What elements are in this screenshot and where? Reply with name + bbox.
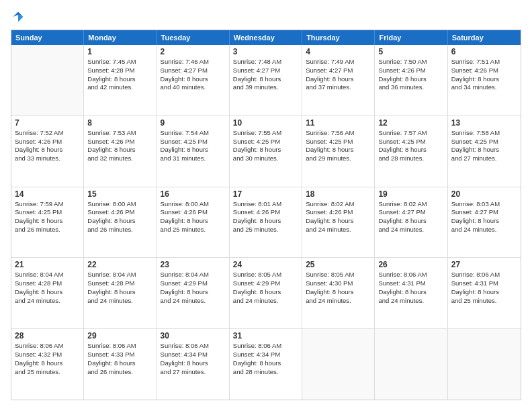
day-number: 15 xyxy=(87,189,152,199)
cell-info: Sunrise: 7:58 AMSunset: 4:25 PMDaylight:… xyxy=(451,129,517,163)
calendar-cell: 8Sunrise: 7:53 AMSunset: 4:26 PMDaylight… xyxy=(84,116,157,187)
calendar-cell: 23Sunrise: 8:04 AMSunset: 4:29 PMDayligh… xyxy=(157,258,230,328)
day-number: 9 xyxy=(161,118,226,128)
day-number: 25 xyxy=(306,260,371,269)
calendar-cell: 4Sunrise: 7:49 AMSunset: 4:27 PMDaylight… xyxy=(302,45,375,116)
cell-info: Sunrise: 7:52 AMSunset: 4:26 PMDaylight:… xyxy=(15,129,80,163)
day-number: 14 xyxy=(15,189,80,199)
cell-info: Sunrise: 8:06 AMSunset: 4:34 PMDaylight:… xyxy=(233,342,298,376)
calendar-cell: 30Sunrise: 8:06 AMSunset: 4:34 PMDayligh… xyxy=(157,329,230,400)
cell-info: Sunrise: 7:57 AMSunset: 4:25 PMDaylight:… xyxy=(378,129,443,163)
calendar-body: 1Sunrise: 7:45 AMSunset: 4:28 PMDaylight… xyxy=(11,45,521,400)
cal-header-cell: Saturday xyxy=(448,30,521,45)
calendar-cell xyxy=(375,329,447,400)
logo xyxy=(11,11,24,23)
calendar-cell: 13Sunrise: 7:58 AMSunset: 4:25 PMDayligh… xyxy=(448,116,521,187)
calendar-header-row: SundayMondayTuesdayWednesdayThursdayFrid… xyxy=(11,30,521,45)
day-number: 27 xyxy=(451,260,517,269)
cal-header-cell: Sunday xyxy=(11,30,84,45)
cell-info: Sunrise: 7:50 AMSunset: 4:26 PMDaylight:… xyxy=(378,58,443,92)
calendar-cell: 3Sunrise: 7:48 AMSunset: 4:27 PMDaylight… xyxy=(230,45,302,116)
calendar-cell: 15Sunrise: 8:00 AMSunset: 4:26 PMDayligh… xyxy=(84,187,157,258)
day-number: 10 xyxy=(233,118,298,128)
calendar-cell xyxy=(302,329,375,400)
cell-info: Sunrise: 7:55 AMSunset: 4:25 PMDaylight:… xyxy=(233,129,298,163)
day-number: 26 xyxy=(378,260,443,269)
day-number: 16 xyxy=(161,189,226,199)
cell-info: Sunrise: 8:06 AMSunset: 4:33 PMDaylight:… xyxy=(87,342,152,376)
cell-info: Sunrise: 7:54 AMSunset: 4:25 PMDaylight:… xyxy=(161,129,226,163)
cell-info: Sunrise: 7:46 AMSunset: 4:27 PMDaylight:… xyxy=(161,58,226,92)
cell-info: Sunrise: 8:02 AMSunset: 4:27 PMDaylight:… xyxy=(378,200,443,234)
calendar-row: 14Sunrise: 7:59 AMSunset: 4:25 PMDayligh… xyxy=(11,187,521,258)
calendar-cell: 10Sunrise: 7:55 AMSunset: 4:25 PMDayligh… xyxy=(230,116,302,187)
day-number: 20 xyxy=(451,189,517,199)
cell-info: Sunrise: 8:06 AMSunset: 4:32 PMDaylight:… xyxy=(15,342,80,376)
day-number: 31 xyxy=(233,331,298,340)
cell-info: Sunrise: 8:05 AMSunset: 4:29 PMDaylight:… xyxy=(233,271,298,305)
cell-info: Sunrise: 8:06 AMSunset: 4:31 PMDaylight:… xyxy=(451,271,517,305)
calendar-cell: 12Sunrise: 7:57 AMSunset: 4:25 PMDayligh… xyxy=(375,116,447,187)
cell-info: Sunrise: 8:04 AMSunset: 4:28 PMDaylight:… xyxy=(87,271,152,305)
calendar-cell: 9Sunrise: 7:54 AMSunset: 4:25 PMDaylight… xyxy=(157,116,230,187)
cal-header-cell: Tuesday xyxy=(157,30,230,45)
cell-info: Sunrise: 8:06 AMSunset: 4:34 PMDaylight:… xyxy=(161,342,226,376)
calendar-cell: 5Sunrise: 7:50 AMSunset: 4:26 PMDaylight… xyxy=(375,45,447,116)
day-number: 18 xyxy=(306,189,371,199)
cell-info: Sunrise: 8:00 AMSunset: 4:26 PMDaylight:… xyxy=(87,200,152,234)
day-number: 4 xyxy=(306,47,371,56)
calendar-cell: 31Sunrise: 8:06 AMSunset: 4:34 PMDayligh… xyxy=(230,329,302,400)
cell-info: Sunrise: 8:03 AMSunset: 4:27 PMDaylight:… xyxy=(451,200,517,234)
calendar-row: 1Sunrise: 7:45 AMSunset: 4:28 PMDaylight… xyxy=(11,45,521,116)
calendar-cell: 7Sunrise: 7:52 AMSunset: 4:26 PMDaylight… xyxy=(11,116,84,187)
cal-header-cell: Wednesday xyxy=(230,30,302,45)
cal-header-cell: Monday xyxy=(84,30,157,45)
calendar-cell: 6Sunrise: 7:51 AMSunset: 4:26 PMDaylight… xyxy=(448,45,521,116)
cell-info: Sunrise: 7:45 AMSunset: 4:28 PMDaylight:… xyxy=(87,58,152,92)
day-number: 30 xyxy=(161,331,226,340)
day-number: 13 xyxy=(451,118,517,128)
logo-icon xyxy=(12,11,24,23)
cell-info: Sunrise: 8:01 AMSunset: 4:26 PMDaylight:… xyxy=(233,200,298,234)
cell-info: Sunrise: 7:53 AMSunset: 4:26 PMDaylight:… xyxy=(87,129,152,163)
cal-header-cell: Friday xyxy=(375,30,447,45)
day-number: 8 xyxy=(87,118,152,128)
calendar-row: 28Sunrise: 8:06 AMSunset: 4:32 PMDayligh… xyxy=(11,328,521,400)
day-number: 1 xyxy=(87,47,152,56)
calendar: SundayMondayTuesdayWednesdayThursdayFrid… xyxy=(11,30,521,400)
day-number: 6 xyxy=(451,47,517,56)
calendar-cell: 18Sunrise: 8:02 AMSunset: 4:26 PMDayligh… xyxy=(302,187,375,258)
calendar-cell: 24Sunrise: 8:05 AMSunset: 4:29 PMDayligh… xyxy=(230,258,302,328)
day-number: 21 xyxy=(15,260,80,269)
calendar-cell: 14Sunrise: 7:59 AMSunset: 4:25 PMDayligh… xyxy=(11,187,84,258)
cell-info: Sunrise: 7:49 AMSunset: 4:27 PMDaylight:… xyxy=(306,58,371,92)
cal-header-cell: Thursday xyxy=(302,30,375,45)
calendar-cell: 26Sunrise: 8:06 AMSunset: 4:31 PMDayligh… xyxy=(375,258,447,328)
day-number: 7 xyxy=(15,118,80,128)
cell-info: Sunrise: 7:59 AMSunset: 4:25 PMDaylight:… xyxy=(15,200,80,234)
cell-info: Sunrise: 8:06 AMSunset: 4:31 PMDaylight:… xyxy=(378,271,443,305)
cell-info: Sunrise: 8:02 AMSunset: 4:26 PMDaylight:… xyxy=(306,200,371,234)
calendar-cell: 1Sunrise: 7:45 AMSunset: 4:28 PMDaylight… xyxy=(84,45,157,116)
calendar-cell xyxy=(448,329,521,400)
calendar-cell: 27Sunrise: 8:06 AMSunset: 4:31 PMDayligh… xyxy=(448,258,521,328)
calendar-cell: 20Sunrise: 8:03 AMSunset: 4:27 PMDayligh… xyxy=(448,187,521,258)
day-number: 17 xyxy=(233,189,298,199)
calendar-cell: 29Sunrise: 8:06 AMSunset: 4:33 PMDayligh… xyxy=(84,329,157,400)
calendar-cell: 28Sunrise: 8:06 AMSunset: 4:32 PMDayligh… xyxy=(11,329,84,400)
calendar-cell: 25Sunrise: 8:05 AMSunset: 4:30 PMDayligh… xyxy=(302,258,375,328)
day-number: 22 xyxy=(87,260,152,269)
day-number: 29 xyxy=(87,331,152,340)
calendar-cell: 16Sunrise: 8:00 AMSunset: 4:26 PMDayligh… xyxy=(157,187,230,258)
calendar-cell: 19Sunrise: 8:02 AMSunset: 4:27 PMDayligh… xyxy=(375,187,447,258)
cell-info: Sunrise: 7:56 AMSunset: 4:25 PMDaylight:… xyxy=(306,129,371,163)
calendar-cell: 2Sunrise: 7:46 AMSunset: 4:27 PMDaylight… xyxy=(157,45,230,116)
day-number: 23 xyxy=(161,260,226,269)
cell-info: Sunrise: 8:04 AMSunset: 4:29 PMDaylight:… xyxy=(161,271,226,305)
calendar-cell: 11Sunrise: 7:56 AMSunset: 4:25 PMDayligh… xyxy=(302,116,375,187)
day-number: 5 xyxy=(378,47,443,56)
day-number: 24 xyxy=(233,260,298,269)
day-number: 11 xyxy=(306,118,371,128)
header xyxy=(11,11,521,23)
cell-info: Sunrise: 7:48 AMSunset: 4:27 PMDaylight:… xyxy=(233,58,298,92)
